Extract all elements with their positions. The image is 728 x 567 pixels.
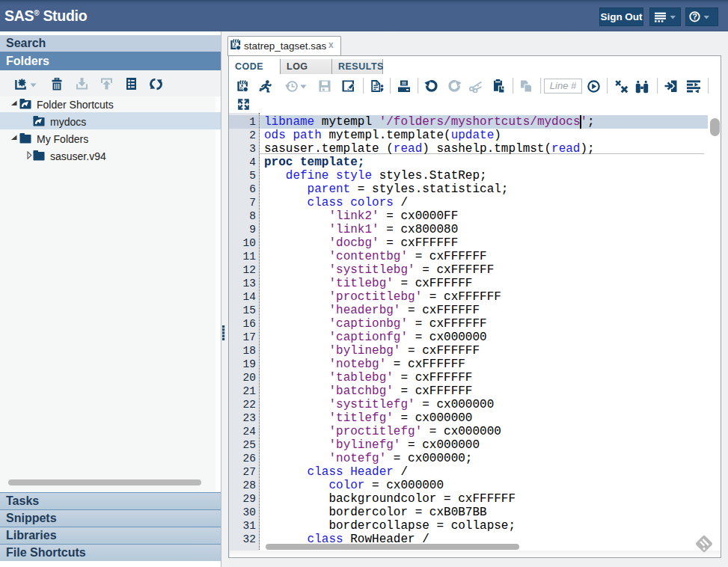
svg-text:?: ? (692, 12, 697, 21)
